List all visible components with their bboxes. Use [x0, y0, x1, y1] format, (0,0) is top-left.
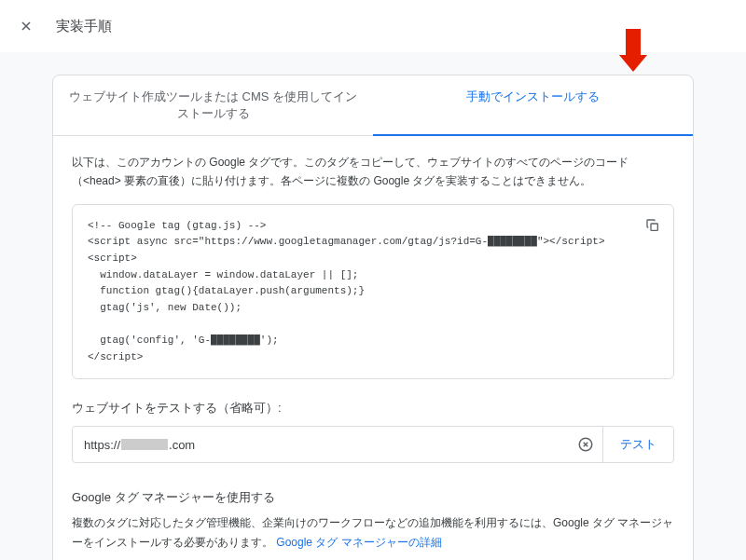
test-section-title: ウェブサイトをテストする（省略可）:	[72, 400, 674, 417]
close-icon	[19, 19, 34, 34]
test-input-row: https://.com テスト	[72, 426, 674, 463]
code-snippet[interactable]: <!-- Google tag (gtag.js) --> <script as…	[88, 218, 658, 365]
redacted-domain	[121, 439, 168, 450]
copy-button[interactable]	[642, 214, 664, 237]
clear-icon	[577, 436, 594, 453]
test-button[interactable]: テスト	[602, 427, 673, 462]
tab-manual-install[interactable]: 手動でインストールする	[373, 75, 693, 135]
card-body: 以下は、このアカウントの Google タグです。このタグをコピーして、ウェブサ…	[53, 136, 693, 560]
tabs-bar: ウェブサイト作成ツールまたは CMS を使用してインストールする 手動でインスト…	[53, 75, 693, 136]
copy-icon	[645, 218, 660, 233]
close-button[interactable]	[15, 15, 37, 37]
tab-cms-install[interactable]: ウェブサイト作成ツールまたは CMS を使用してインストールする	[53, 75, 373, 135]
gtm-section: Google タグ マネージャーを使用する 複数のタグに対応したタグ管理機能、企…	[72, 489, 674, 552]
dialog-title: 実装手順	[56, 18, 112, 35]
gtm-details-link[interactable]: Google タグ マネージャーの詳細	[276, 536, 441, 549]
url-input[interactable]: https://.com	[73, 429, 569, 461]
gtm-title: Google タグ マネージャーを使用する	[72, 489, 674, 506]
instructions-text: 以下は、このアカウントの Google タグです。このタグをコピーして、ウェブサ…	[72, 153, 674, 191]
code-block: <!-- Google tag (gtag.js) --> <script as…	[72, 204, 674, 379]
content-area: ウェブサイト作成ツールまたは CMS を使用してインストールする 手動でインスト…	[0, 52, 746, 560]
clear-input-button[interactable]	[569, 436, 602, 453]
svg-rect-2	[651, 224, 657, 230]
gtm-description: 複数のタグに対応したタグ管理機能、企業向けのワークフローなどの追加機能を利用する…	[72, 513, 674, 552]
main-card: ウェブサイト作成ツールまたは CMS を使用してインストールする 手動でインスト…	[52, 75, 694, 560]
